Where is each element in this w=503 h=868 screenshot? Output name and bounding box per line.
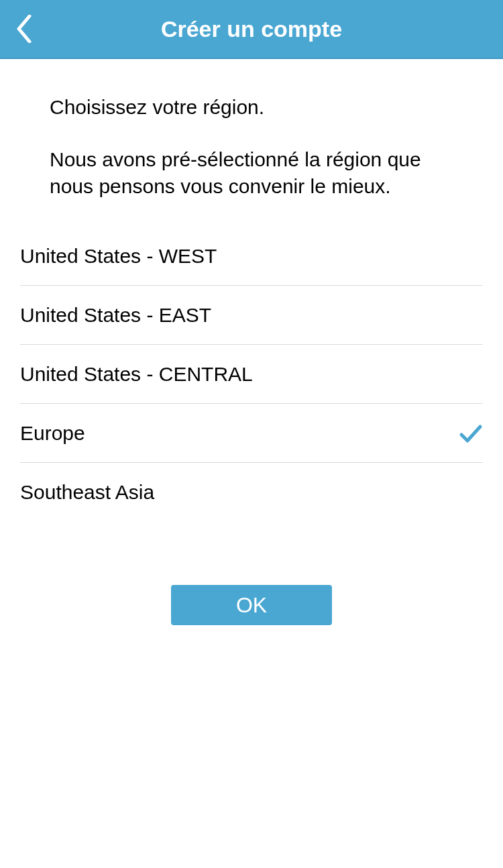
- check-icon: [459, 421, 483, 445]
- footer: OK: [0, 585, 503, 625]
- region-item-europe[interactable]: Europe: [20, 404, 483, 463]
- region-label: United States - CENTRAL: [20, 363, 253, 386]
- intro-line-2: Nous avons pré-sélectionné la région que…: [50, 146, 453, 200]
- region-item-us-central[interactable]: United States - CENTRAL: [20, 345, 483, 404]
- intro-section: Choisissez votre région. Nous avons pré-…: [0, 59, 503, 227]
- region-item-us-east[interactable]: United States - EAST: [20, 286, 483, 345]
- region-label: Southeast Asia: [20, 481, 154, 504]
- chevron-left-icon: [16, 15, 32, 43]
- page-title: Créer un compte: [161, 16, 342, 42]
- region-list: United States - WEST United States - EAS…: [0, 227, 503, 522]
- ok-button[interactable]: OK: [171, 585, 332, 625]
- region-label: Europe: [20, 422, 85, 445]
- header: Créer un compte: [0, 0, 503, 59]
- region-item-southeast-asia[interactable]: Southeast Asia: [20, 463, 483, 522]
- intro-line-1: Choisissez votre région.: [50, 94, 453, 121]
- region-item-us-west[interactable]: United States - WEST: [20, 227, 483, 286]
- region-label: United States - EAST: [20, 304, 211, 327]
- region-label: United States - WEST: [20, 245, 217, 268]
- back-button[interactable]: [8, 9, 40, 49]
